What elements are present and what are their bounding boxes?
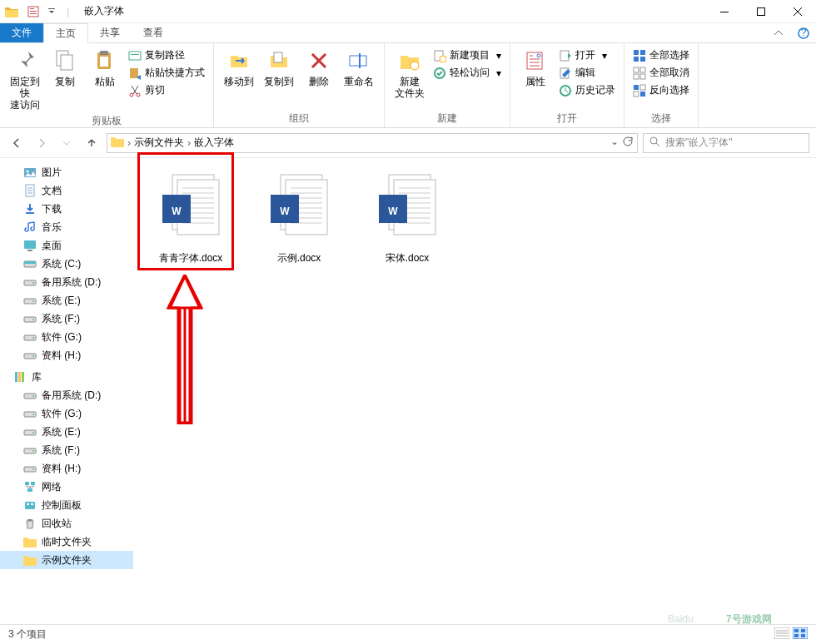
qat-properties-icon[interactable] xyxy=(25,3,42,20)
chevron-right-icon[interactable]: › xyxy=(187,137,191,149)
tree-item[interactable]: 音乐 xyxy=(0,218,133,236)
tree-item[interactable]: 桌面 xyxy=(0,236,133,255)
forward-button[interactable] xyxy=(32,133,52,153)
annotation-arrow xyxy=(160,275,210,424)
cut-button[interactable]: 剪切 xyxy=(125,82,208,98)
svg-rect-34 xyxy=(640,57,645,62)
properties-icon xyxy=(522,47,549,74)
tree-item-label: 软件 (G:) xyxy=(42,407,82,421)
tree-item[interactable]: 下载 xyxy=(0,200,133,218)
content-pane[interactable]: W 青青字体.docx W 示例.docx W 宋体.docx xyxy=(133,158,816,624)
tree-item-label: 备用系统 (D:) xyxy=(42,275,101,290)
tree-item[interactable]: 资料 (H:) xyxy=(0,346,133,364)
paste-button[interactable]: 粘贴 xyxy=(85,46,125,89)
qat-dropdown-icon[interactable] xyxy=(43,3,60,20)
newfolder-button[interactable]: 新建 文件夹 xyxy=(390,46,430,101)
easyaccess-button[interactable]: 轻松访问▾ xyxy=(430,65,505,81)
svg-point-56 xyxy=(32,319,34,320)
svg-rect-48 xyxy=(27,250,32,251)
up-button[interactable] xyxy=(82,133,102,153)
tree-item[interactable]: 临时文件夹 xyxy=(0,533,133,551)
refresh-icon[interactable] xyxy=(622,136,634,150)
music-icon xyxy=(23,220,37,234)
tree-item[interactable]: 网络 xyxy=(0,478,133,496)
invertsel-button[interactable]: 反向选择 xyxy=(629,82,693,98)
tree-item[interactable]: 文档 xyxy=(0,181,133,200)
moveto-icon xyxy=(226,47,252,74)
maximize-button[interactable] xyxy=(743,0,779,23)
pasteshortcut-button[interactable]: 粘贴快捷方式 xyxy=(125,65,208,81)
copyto-button[interactable]: 复制到 xyxy=(259,46,299,89)
pin-button[interactable]: 固定到快 速访问 xyxy=(5,46,45,112)
tree-item[interactable]: 备用系统 (D:) xyxy=(0,386,133,404)
svg-rect-37 xyxy=(634,74,639,79)
tree-item[interactable]: 备用系统 (D:) xyxy=(0,273,133,291)
svg-point-67 xyxy=(32,414,34,415)
icons-view-icon[interactable] xyxy=(793,627,808,642)
recent-dropdown[interactable] xyxy=(57,133,77,153)
tree-item[interactable]: 系统 (E:) xyxy=(0,423,133,441)
cpanel-icon xyxy=(23,498,37,512)
tree-item-label: 回收站 xyxy=(42,517,72,531)
rename-button[interactable]: 重命名 xyxy=(339,46,379,89)
edit-button[interactable]: 编辑 xyxy=(555,65,619,81)
tree-item[interactable]: 资料 (H:) xyxy=(0,459,133,478)
help-icon[interactable]: ? xyxy=(791,23,816,42)
breadcrumb-item[interactable]: 嵌入字体 xyxy=(194,136,234,150)
svg-rect-38 xyxy=(640,74,645,79)
navigation-pane[interactable]: 图片文档下载音乐桌面系统 (C:)备用系统 (D:)系统 (E:)系统 (F:)… xyxy=(0,158,133,624)
tree-item[interactable]: 系统 (F:) xyxy=(0,441,133,459)
properties-button[interactable]: 属性 xyxy=(515,46,555,89)
copypath-button[interactable]: 复制路径 xyxy=(125,47,208,63)
copy-button[interactable]: 复制 xyxy=(45,46,85,89)
minimize-button[interactable] xyxy=(706,0,743,23)
tree-item[interactable]: 软件 (G:) xyxy=(0,404,133,423)
tree-item[interactable]: 图片 xyxy=(0,163,133,181)
group-label-organize: 组织 xyxy=(219,110,379,126)
tree-item-label: 系统 (E:) xyxy=(42,425,81,439)
history-button[interactable]: 历史记录 xyxy=(555,82,619,98)
svg-rect-32 xyxy=(640,50,645,55)
file-item[interactable]: W 示例.docx xyxy=(253,170,345,265)
tree-item[interactable]: 示例文件夹 xyxy=(0,551,133,569)
selectall-button[interactable]: 全部选择 xyxy=(629,47,693,63)
svg-point-60 xyxy=(32,355,34,357)
selectnone-icon xyxy=(633,67,646,80)
details-view-icon[interactable] xyxy=(774,627,789,642)
delete-button[interactable]: 删除 xyxy=(299,46,339,89)
tree-item[interactable]: 库 xyxy=(0,368,133,386)
tree-item[interactable]: 控制面板 xyxy=(0,496,133,514)
tab-view[interactable]: 查看 xyxy=(132,23,175,42)
newitem-button[interactable]: 新建项目▾ xyxy=(430,47,505,63)
tab-file[interactable]: 文件 xyxy=(0,23,43,42)
svg-point-43 xyxy=(650,137,657,144)
window-title: 嵌入字体 xyxy=(84,4,124,18)
moveto-button[interactable]: 移动到 xyxy=(219,46,259,89)
dropdown-icon[interactable]: ⌄ xyxy=(610,136,619,150)
tree-item[interactable]: 系统 (C:) xyxy=(0,255,133,273)
tab-home[interactable]: 主页 xyxy=(43,23,88,43)
svg-point-65 xyxy=(32,395,34,397)
folder-icon xyxy=(5,6,18,17)
tree-item[interactable]: 系统 (E:) xyxy=(0,291,133,310)
svg-rect-61 xyxy=(15,372,17,382)
search-input[interactable]: 搜索"嵌入字体" xyxy=(643,133,809,153)
drive-icon xyxy=(23,425,37,438)
breadcrumb-box[interactable]: › 示例文件夹 › 嵌入字体 ⌄ xyxy=(107,133,638,153)
open-button[interactable]: 打开▾ xyxy=(555,47,619,63)
collapse-ribbon-icon[interactable] xyxy=(766,23,791,42)
svg-rect-80 xyxy=(27,519,32,521)
back-button[interactable] xyxy=(7,133,27,153)
breadcrumb-item[interactable]: 示例文件夹 xyxy=(134,136,184,150)
file-item[interactable]: W 宋体.docx xyxy=(361,170,453,265)
drive-icon xyxy=(23,275,37,289)
chevron-right-icon[interactable]: › xyxy=(127,137,131,149)
tree-item[interactable]: 系统 (F:) xyxy=(0,310,133,328)
close-button[interactable] xyxy=(779,0,816,23)
tree-item[interactable]: 软件 (G:) xyxy=(0,328,133,346)
tree-item-label: 文档 xyxy=(42,184,62,198)
svg-text:W: W xyxy=(280,206,290,217)
selectnone-button[interactable]: 全部取消 xyxy=(629,65,693,81)
tab-share[interactable]: 共享 xyxy=(88,23,132,42)
tree-item[interactable]: 回收站 xyxy=(0,514,133,533)
